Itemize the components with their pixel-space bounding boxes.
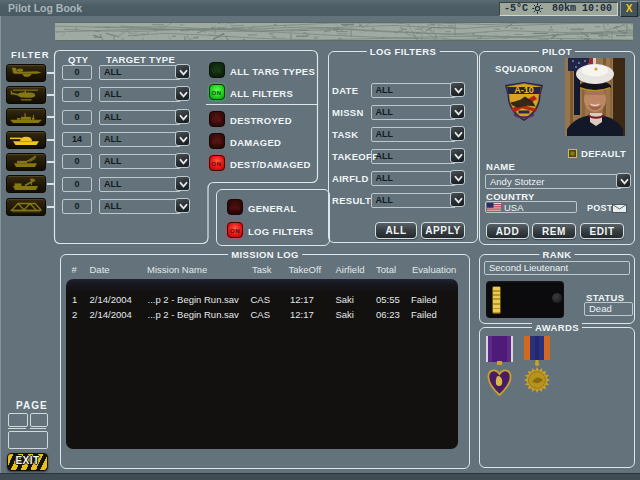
- svg-text:A-10: A-10: [514, 85, 534, 95]
